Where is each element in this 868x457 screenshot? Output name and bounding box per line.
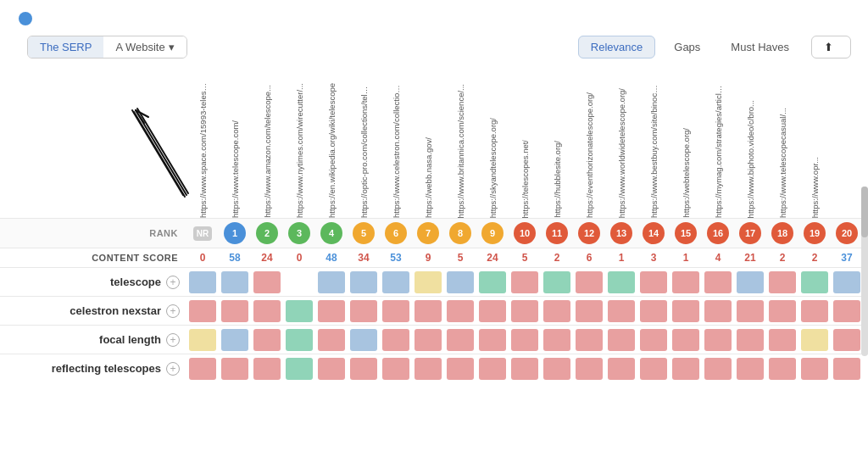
content-score-label: CONTENT SCORE: [0, 253, 186, 263]
url-column-16[interactable]: https://webtelescope.org/: [670, 65, 702, 218]
kw-cell-0-1: [219, 270, 251, 295]
url-column-3[interactable]: https://www.amazon.com/telescope...: [251, 65, 283, 218]
explore-serp-button[interactable]: The SERP: [28, 36, 103, 58]
kw-cell-2-18: [766, 327, 798, 353]
keyword-label-area-3: reflecting telescopes+: [0, 362, 186, 376]
url-column-1[interactable]: https://www.space.com/15993-telesc...: [186, 65, 219, 218]
keyword-rows: telescope+celestron nexstar+focal length…: [0, 267, 868, 382]
kw-box: [253, 358, 281, 380]
kw-cell-0-16: [702, 270, 734, 295]
order-must-haves[interactable]: Must Haves: [719, 36, 801, 58]
scrollbar-thumb[interactable]: [861, 187, 868, 237]
rank-cell-12: 12: [573, 222, 605, 244]
url-column-11[interactable]: https://telescopes.net/: [509, 65, 541, 218]
kw-cell-2-17: [734, 327, 766, 353]
score-cells: 05824048345395245261314212237: [186, 252, 863, 264]
kw-box: [350, 300, 377, 322]
kw-box: [189, 271, 216, 293]
score-cell-13: 1: [605, 252, 637, 264]
explore-website-button[interactable]: A Website ▾: [103, 36, 186, 58]
rank-cell-6: 6: [380, 222, 412, 244]
rank-cell-9: 9: [476, 222, 509, 244]
url-column-20[interactable]: https://www.opr...: [798, 65, 831, 218]
keyword-row-3: reflecting telescopes+: [0, 354, 868, 382]
keyword-add-icon-3[interactable]: +: [166, 362, 180, 376]
kw-box: [543, 358, 570, 380]
rank-nr-badge: NR: [193, 226, 212, 241]
kw-cell-3-5: [348, 356, 380, 382]
keyword-add-icon-1[interactable]: +: [166, 304, 180, 318]
export-button[interactable]: ⬆: [811, 36, 851, 59]
kw-cell-2-13: [605, 327, 637, 353]
kw-cell-2-2: [251, 327, 283, 353]
kw-box: [640, 300, 667, 322]
kw-box: [576, 271, 603, 293]
url-text: https://optic-pro.com/collections/teles.…: [359, 82, 369, 218]
url-text: https://www.worldwidetelescope.org/: [617, 88, 626, 218]
url-column-18[interactable]: https://www.biphoto.video/c/bro...: [734, 65, 766, 218]
kw-cell-1-16: [702, 298, 734, 324]
keyword-cells-0: [186, 270, 863, 295]
url-text: https://www.nytimes.com/wirecutter/...: [295, 83, 304, 218]
kw-box: [511, 271, 538, 293]
kw-cell-2-6: [380, 327, 412, 353]
url-column-4[interactable]: https://www.nytimes.com/wirecutter/...: [283, 65, 315, 218]
kw-cell-2-20: [831, 327, 863, 353]
url-column-12[interactable]: https://hubblesite.org/: [541, 65, 573, 218]
url-column-15[interactable]: https://www.bestbuy.com/site/binocu...: [637, 65, 670, 218]
kw-box: [576, 329, 603, 351]
kw-cell-2-4: [315, 327, 348, 353]
kw-box: [511, 300, 538, 322]
kw-box: [382, 329, 409, 351]
url-column-6[interactable]: https://optic-pro.com/collections/teles.…: [348, 65, 380, 218]
kw-cell-3-2: [251, 356, 283, 382]
score-cell-2: 24: [251, 252, 283, 264]
url-text: https://www.biphoto.video/c/bro...: [746, 100, 755, 218]
url-column-8[interactable]: https://webb.nasa.gov/: [412, 65, 444, 218]
rank-badge-10: 10: [514, 222, 536, 244]
keyword-row-0: telescope+: [0, 267, 868, 296]
kw-cell-3-19: [798, 356, 831, 382]
rank-label: RANK: [0, 228, 186, 238]
rank-cell-14: 14: [637, 222, 670, 244]
kw-box: [447, 329, 474, 351]
kw-box: [350, 329, 377, 351]
kw-cell-1-17: [734, 298, 766, 324]
rank-badge-18: 18: [771, 222, 793, 244]
order-options: Relevance Gaps Must Haves: [578, 36, 801, 59]
url-column-2[interactable]: https://www.telescope.com/: [219, 65, 251, 218]
rank-cell-18: 18: [766, 222, 798, 244]
kw-box: [415, 300, 442, 322]
score-cell-1: 58: [219, 252, 251, 264]
kw-box: [576, 358, 603, 380]
kw-cell-1-1: [219, 298, 251, 324]
kw-cell-0-18: [766, 270, 798, 295]
kw-cell-1-10: [509, 298, 541, 324]
keyword-row-2: focal length+: [0, 325, 868, 354]
rank-cell-3: 3: [283, 222, 315, 244]
kw-cell-3-11: [541, 356, 573, 382]
url-column-19[interactable]: https://www.telescopecasual/...: [766, 65, 798, 218]
url-column-13[interactable]: https://eventhorizonatelescope.org/: [573, 65, 605, 218]
url-text: https://telescopes.net/: [520, 140, 530, 218]
scrollbar[interactable]: [861, 187, 868, 356]
keyword-add-icon-0[interactable]: +: [166, 276, 180, 289]
url-text: https://www.telescopecasual/...: [778, 108, 787, 218]
kw-box: [672, 271, 699, 293]
url-column-9[interactable]: https://www.britannica.com/science/...: [444, 65, 476, 218]
rank-badge-8: 8: [449, 222, 471, 244]
header: [0, 0, 868, 32]
kw-cell-0-3: [283, 270, 315, 295]
url-column-10[interactable]: https://skyandtelescope.org/: [476, 65, 509, 218]
kw-box: [286, 271, 313, 293]
order-gaps[interactable]: Gaps: [662, 36, 712, 58]
kw-cell-2-8: [444, 327, 476, 353]
order-relevance[interactable]: Relevance: [578, 36, 655, 59]
url-column-7[interactable]: https://www.celestron.com/collection...: [380, 65, 412, 218]
url-column-14[interactable]: https://www.worldwidetelescope.org/: [605, 65, 637, 218]
url-column-17[interactable]: https://mymag.com/strategies/article/i..…: [702, 65, 734, 218]
url-header-area: https://www.space.com/15993-telesc...htt…: [0, 65, 868, 218]
url-column-5[interactable]: https://en.wikipedia.org/wiki/telescope: [315, 65, 348, 218]
score-cell-16: 4: [702, 252, 734, 264]
keyword-add-icon-2[interactable]: +: [166, 333, 180, 347]
